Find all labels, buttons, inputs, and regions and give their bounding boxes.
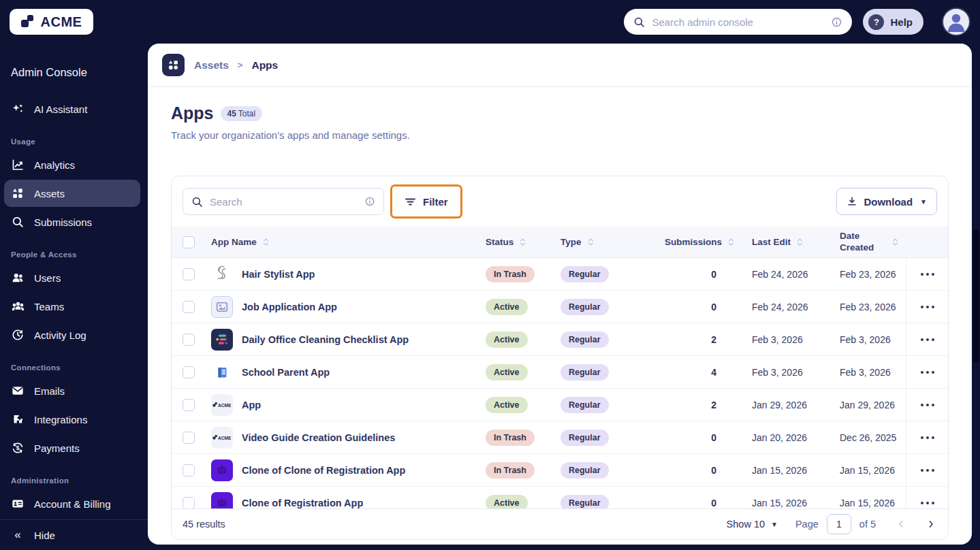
chevron-right-icon: > [238, 60, 243, 70]
app-name-link[interactable]: Job Application App [242, 302, 337, 312]
row-actions-menu-icon[interactable] [917, 269, 938, 280]
table-row[interactable]: ACME Video Guide Creation Guidelines In … [172, 421, 948, 454]
status-badge: In Trash [486, 430, 535, 446]
app-name-link[interactable]: Video Guide Creation Guidelines [242, 432, 395, 443]
sort-icon[interactable] [587, 237, 595, 247]
admin-search-bar[interactable] [624, 9, 852, 35]
previous-page-button[interactable] [896, 519, 906, 529]
column-header-status[interactable]: Status [478, 237, 553, 247]
sidebar-title: Admin Console [11, 66, 148, 79]
acme-app-icon: ACME [211, 394, 233, 416]
select-all-checkbox[interactable] [183, 236, 195, 248]
row-checkbox[interactable] [183, 268, 195, 280]
sidebar-item-assets[interactable]: Assets [4, 180, 140, 207]
row-checkbox[interactable] [183, 432, 195, 444]
column-header-type[interactable]: Type [553, 237, 645, 247]
app-name-link[interactable]: School Parent App [242, 367, 330, 378]
type-badge: Regular [560, 331, 609, 348]
sort-icon[interactable] [262, 237, 270, 247]
sidebar-item-payments[interactable]: $ Payments [4, 434, 140, 462]
row-actions-menu-icon[interactable] [917, 465, 938, 476]
table-row[interactable]: Daily Office Cleaning Checklist App Acti… [172, 323, 948, 356]
sidebar-item-analytics[interactable]: Analytics [4, 151, 140, 178]
sidebar-section-administration: Administration [11, 476, 148, 485]
chevron-down-icon: ▼ [771, 521, 778, 528]
page-number-input[interactable] [827, 514, 851, 534]
help-button[interactable]: ? Help [863, 9, 923, 35]
acme-logo[interactable]: ACME [10, 9, 93, 35]
table-row[interactable]: School Parent App Active Regular 4 Feb 3… [172, 356, 948, 389]
page-size-select[interactable]: Show 10 ▼ [727, 519, 778, 530]
table-search-bar[interactable] [183, 188, 384, 215]
row-actions-menu-icon[interactable] [917, 400, 938, 410]
sidebar-item-activity-log[interactable]: Activity Log [4, 321, 140, 349]
sidebar-item-teams[interactable]: Teams [4, 293, 140, 320]
sidebar-item-submissions[interactable]: Submissions [4, 208, 140, 236]
dollar-cycle-icon: $ [11, 441, 25, 455]
info-icon[interactable] [831, 16, 842, 28]
puzzle-icon [11, 413, 25, 426]
app-name-link[interactable]: Daily Office Cleaning Checklist App [242, 334, 409, 345]
page-scrollbar[interactable] [973, 229, 979, 362]
row-checkbox[interactable] [183, 399, 195, 411]
sidebar-collapse-button[interactable]: « Hide [0, 519, 148, 550]
info-icon[interactable] [364, 196, 375, 207]
search-icon [191, 196, 203, 208]
row-checkbox[interactable] [183, 301, 195, 313]
app-name-link[interactable]: Hair Stylist App [242, 269, 315, 280]
row-checkbox[interactable] [183, 366, 195, 378]
date-created: Jan 29, 2026 [829, 400, 906, 410]
school-parent-app-icon [211, 361, 233, 383]
sidebar-item-users[interactable]: Users [4, 264, 140, 291]
page-subtitle: Track your organization's apps and manag… [171, 129, 949, 141]
date-created: Feb 23, 2026 [829, 302, 906, 312]
admin-search-input[interactable] [652, 16, 824, 28]
results-count: 45 results [183, 519, 225, 530]
table-footer: 45 results Show 10 ▼ Page of 5 [172, 508, 948, 539]
status-badge: Active [486, 299, 528, 315]
download-button[interactable]: Download ▼ [836, 188, 937, 215]
column-header-date-created[interactable]: Date Created [829, 231, 906, 253]
download-icon [847, 196, 857, 207]
last-edit-date: Feb 24, 2026 [740, 269, 829, 280]
sidebar-item-account-billing[interactable]: Account & Billing [4, 490, 140, 517]
apps-table-panel: Filter Download ▼ App Name Status [171, 176, 949, 540]
sort-icon[interactable] [519, 237, 526, 247]
job-application-app-icon [211, 296, 233, 318]
table-row[interactable]: Clone of Clone of Registration App In Tr… [172, 454, 948, 487]
column-header-last-edit[interactable]: Last Edit [740, 237, 829, 247]
app-name-link[interactable]: App [242, 400, 261, 410]
sort-icon[interactable] [727, 237, 735, 247]
row-actions-menu-icon[interactable] [917, 302, 938, 312]
column-header-app-name[interactable]: App Name [206, 237, 478, 247]
filter-button[interactable]: Filter [394, 188, 459, 215]
submissions-count: 0 [645, 465, 740, 476]
assets-breadcrumb-icon [162, 54, 185, 76]
app-name-link[interactable]: Clone of Clone of Registration App [242, 465, 405, 476]
date-created: Jan 15, 2026 [829, 465, 906, 476]
table-search-input[interactable] [210, 196, 358, 208]
column-header-submissions[interactable]: Submissions [645, 237, 740, 247]
table-row[interactable]: Hair Stylist App In Trash Regular 0 Feb … [172, 258, 948, 291]
sidebar-item-ai-assistant[interactable]: AI Assistant [4, 95, 140, 123]
cleaning-checklist-app-icon [211, 329, 233, 351]
next-page-button[interactable] [926, 519, 936, 529]
app-name-link[interactable]: Clone of Registration App [242, 498, 363, 508]
row-actions-menu-icon[interactable] [917, 432, 938, 443]
submissions-count: 2 [645, 334, 740, 345]
user-avatar[interactable] [942, 7, 970, 36]
sidebar-item-emails[interactable]: Emails [4, 377, 140, 404]
row-checkbox[interactable] [183, 464, 195, 476]
breadcrumb-assets-link[interactable]: Assets [194, 59, 229, 71]
row-actions-menu-icon[interactable] [917, 498, 938, 508]
sort-icon[interactable] [796, 237, 804, 247]
sort-icon[interactable] [891, 237, 899, 247]
sidebar-item-integrations[interactable]: Integrations [4, 406, 140, 433]
row-checkbox[interactable] [183, 334, 195, 346]
row-checkbox[interactable] [183, 497, 195, 509]
row-actions-menu-icon[interactable] [917, 367, 938, 378]
table-row[interactable]: ACME App Active Regular 2 Jan 29, 2026 J… [172, 389, 948, 421]
row-actions-menu-icon[interactable] [917, 334, 938, 345]
status-badge: In Trash [486, 462, 535, 479]
table-row[interactable]: Job Application App Active Regular 0 Feb… [172, 291, 948, 323]
